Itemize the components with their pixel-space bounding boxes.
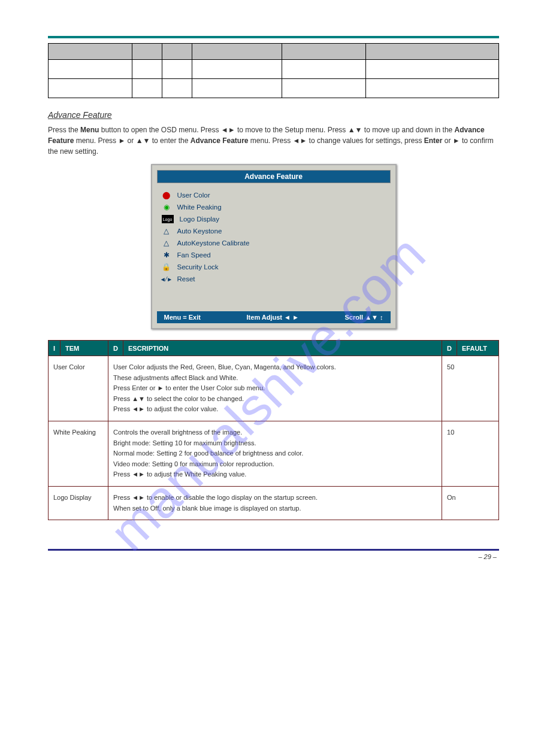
osd-item-auto-keystone[interactable]: △ Auto Keystone	[162, 225, 386, 237]
cell	[162, 79, 192, 98]
osd-item-autokeystone-calibrate[interactable]: △ AutoKeystone Calibrate	[162, 237, 386, 249]
osd-item-label: Auto Keystone	[177, 227, 222, 235]
osd-footer-middle: Item Adjust ◄ ►	[247, 314, 299, 321]
table-row: White Peaking Controls the overall brigh…	[49, 421, 499, 486]
text: to move up and down in the	[362, 126, 454, 134]
osd-item-security-lock[interactable]: 🔒 Security Lock	[162, 261, 386, 273]
desc-line: Press ▲▼ to select the color to be chang…	[113, 394, 437, 405]
cell	[49, 60, 132, 79]
top-rule	[48, 36, 499, 38]
text-bold: Menu	[80, 126, 99, 134]
th	[49, 44, 132, 60]
arrow-r-icon: ►	[118, 136, 125, 145]
item-cell: User Color	[49, 356, 108, 421]
desc-cell: Controls the overall brightness of the i…	[108, 421, 442, 486]
desc-cell: Press ◄► to enable or disable the logo d…	[108, 486, 442, 520]
desc-line: Press ◄► to adjust the color value.	[113, 404, 437, 415]
th-desc-cap: D	[108, 341, 123, 356]
osd-item-label: User Color	[177, 192, 210, 199]
desc-line: Bright mode: Setting 10 for maximum brig…	[113, 438, 437, 449]
cell	[132, 60, 162, 79]
desc-line: Press ◄► to adjust the White Peaking val…	[113, 469, 437, 480]
desc-line: Video mode: Setting 0 for maximum color …	[113, 459, 437, 470]
desc-line: User Color adjusts the Red, Green, Blue,…	[113, 362, 437, 373]
table-row: User Color User Color adjusts the Red, G…	[49, 356, 499, 421]
footer-rule	[48, 549, 499, 551]
lock-icon: 🔒	[162, 263, 171, 271]
keystone-icon: △	[162, 239, 171, 247]
rgb-icon: ⬤	[162, 191, 171, 199]
osd-footer-left: Menu = Exit	[164, 314, 201, 321]
arrows-ud-icon: ▲▼	[136, 136, 150, 145]
arrow-r-icon: ►	[453, 136, 460, 145]
desc-line: Press ◄► to enable or disable the logo d…	[113, 493, 437, 503]
th	[162, 44, 192, 60]
instructions: Press the Menu button to open the OSD me…	[48, 125, 499, 157]
th-desc: ESCRIPTION	[123, 341, 442, 356]
osd-item-white-peaking[interactable]: ◉ White Peaking	[162, 201, 386, 213]
osd-panel: Advance Feature ⬤ User Color ◉ White Pea…	[151, 164, 397, 329]
cell	[132, 79, 162, 98]
text: to change values for settings, press	[307, 136, 424, 145]
th-def-cap: D	[442, 341, 457, 356]
text: to enter the	[150, 136, 190, 145]
cell	[192, 60, 282, 79]
fan-icon: ✱	[162, 251, 171, 259]
text: Press the	[48, 126, 80, 134]
osd-item-user-color[interactable]: ⬤ User Color	[162, 189, 386, 201]
circle-icon: ◉	[162, 203, 171, 211]
reset-icon: ◄⁄►	[162, 275, 171, 283]
cell	[192, 79, 282, 98]
cell	[282, 79, 366, 98]
osd-item-label: AutoKeystone Calibrate	[177, 239, 250, 247]
text: or	[125, 136, 135, 145]
text-bold: Enter	[424, 136, 443, 145]
description-table: I TEM D ESCRIPTION D EFAULT User Color U…	[48, 340, 499, 520]
section-title: Advance Feature	[48, 110, 499, 120]
default-cell: 50	[442, 356, 499, 421]
osd-items: ⬤ User Color ◉ White Peaking Logo Logo D…	[152, 187, 395, 309]
table-row: Logo Display Press ◄► to enable or disab…	[49, 486, 499, 520]
desc-line: These adjustments affect Black and White…	[113, 373, 437, 384]
text-bold: Advance Feature	[191, 136, 249, 145]
osd-item-label: Fan Speed	[177, 251, 211, 259]
text: menu. Press	[74, 136, 118, 145]
osd-item-fan-speed[interactable]: ✱ Fan Speed	[162, 249, 386, 261]
desc-line: Controls the overall brightness of the i…	[113, 427, 437, 438]
default-cell: On	[442, 486, 499, 520]
default-cell: 10	[442, 421, 499, 486]
osd-footer-right: Scroll ▲▼ ↕	[345, 314, 383, 321]
cell	[49, 79, 132, 98]
logo-icon: Logo	[162, 215, 174, 223]
cell	[162, 60, 192, 79]
arrows-lr-icon: ◄►	[293, 136, 307, 145]
th	[132, 44, 162, 60]
desc-cell: User Color adjusts the Red, Green, Blue,…	[108, 356, 442, 421]
arrows-lr-icon: ◄►	[221, 126, 235, 134]
desc-line: Press Enter or ► to enter the User Color…	[113, 383, 437, 394]
th-item-cap: I	[49, 341, 61, 356]
th	[192, 44, 282, 60]
arrows-ud-icon: ▲▼	[348, 126, 362, 134]
desc-line: Normal mode: Setting 2 for good balance …	[113, 448, 437, 459]
th-default: EFAULT	[457, 341, 499, 356]
text: or	[442, 136, 452, 145]
cell	[366, 79, 499, 98]
osd-item-label: White Peaking	[177, 204, 222, 211]
top-summary-table	[48, 43, 499, 98]
document-page: Advance Feature Press the Menu button to…	[0, 0, 535, 578]
page-number: – 29 –	[48, 553, 499, 560]
item-cell: White Peaking	[49, 421, 108, 486]
desc-line: When set to Off, only a blank blue image…	[113, 503, 437, 514]
item-cell: Logo Display	[49, 486, 108, 520]
text: button to open the OSD menu. Press	[99, 126, 220, 134]
th-item: TEM	[61, 341, 108, 356]
osd-item-reset[interactable]: ◄⁄► Reset	[162, 273, 386, 285]
text: menu. Press	[248, 136, 292, 145]
th	[366, 44, 499, 60]
cell	[366, 60, 499, 79]
osd-title: Advance Feature	[157, 170, 391, 183]
th	[282, 44, 366, 60]
osd-footer: Menu = Exit Item Adjust ◄ ► Scroll ▲▼ ↕	[157, 311, 391, 323]
osd-item-logo-display[interactable]: Logo Logo Display	[162, 213, 386, 225]
